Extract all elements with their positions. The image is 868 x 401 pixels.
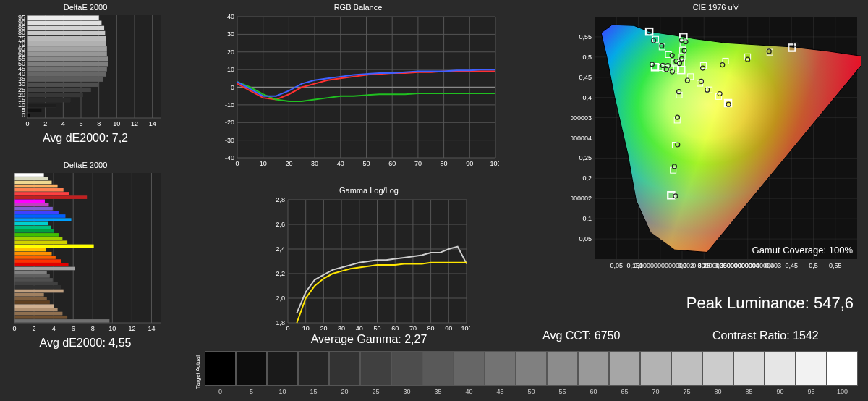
ramp-swatch-label: 100 — [827, 388, 857, 395]
gamma-chart: Gamma Log/Log 1,82,02,22,42,62,801020304… — [268, 185, 470, 346]
rgb-balance-plot: -40-30-20-100102030400102030405060708090… — [217, 13, 499, 169]
ramp-swatch-label: 50 — [516, 388, 546, 395]
svg-text:90: 90 — [466, 160, 473, 167]
svg-text:80: 80 — [441, 160, 448, 167]
ramp-swatch: 10 — [267, 351, 298, 386]
ramp-swatch-label: 75 — [672, 388, 702, 395]
ramp-swatch-label: 40 — [454, 388, 484, 395]
svg-rect-141 — [14, 256, 56, 259]
svg-text:10: 10 — [113, 120, 120, 127]
ramp-swatch: 95 — [796, 351, 827, 386]
ramp-swatch-label: 10 — [268, 388, 297, 395]
svg-text:20: 20 — [320, 325, 327, 330]
svg-rect-157 — [14, 286, 61, 290]
svg-text:70: 70 — [409, 325, 417, 330]
svg-rect-27 — [27, 31, 105, 35]
grayscale-deltaE-chart: DeltaE 2000 0246810121495908580757065605… — [6, 1, 165, 145]
svg-rect-30 — [27, 36, 106, 41]
ramp-swatch: 20 — [329, 351, 360, 386]
svg-text:60: 60 — [388, 160, 396, 167]
svg-text:20: 20 — [227, 48, 234, 56]
svg-text:40: 40 — [356, 325, 363, 330]
svg-text:0,15000000000000002: 0,15000000000000002 — [571, 195, 592, 202]
svg-text:10: 10 — [227, 66, 234, 73]
svg-text:0,4: 0,4 — [582, 94, 592, 101]
color-deltaE-plot: 02468101214 — [6, 171, 165, 334]
contrast-ratio-stat: Contrast Ratio: 1542 — [712, 329, 819, 342]
ramp-swatch-label: 55 — [548, 388, 577, 395]
ramp-swatch: 35 — [422, 351, 454, 386]
svg-rect-51 — [27, 72, 106, 77]
svg-rect-147 — [14, 267, 75, 271]
svg-text:0,4: 0,4 — [765, 262, 775, 269]
svg-rect-101 — [14, 181, 51, 185]
svg-rect-133 — [14, 240, 67, 244]
svg-rect-24 — [27, 26, 104, 30]
svg-rect-151 — [14, 274, 50, 278]
ramp-swatch-label: 20 — [330, 388, 359, 395]
ramp-swatch: 90 — [765, 351, 796, 386]
svg-rect-63 — [27, 93, 82, 97]
avg-cct: Avg CCT: 6750 — [542, 329, 687, 342]
ramp-swatch-label: 25 — [361, 388, 391, 395]
svg-text:8: 8 — [91, 325, 95, 332]
ramp-swatch: 100 — [827, 351, 858, 386]
ramp-swatch-label: 85 — [734, 388, 764, 395]
svg-text:4: 4 — [52, 325, 56, 332]
svg-rect-123 — [14, 222, 48, 226]
ramp-swatch-label: 35 — [423, 388, 453, 395]
svg-rect-66 — [27, 98, 70, 102]
svg-rect-103 — [14, 185, 58, 188]
ramp-swatch: 15 — [298, 351, 329, 386]
svg-text:40: 40 — [337, 160, 344, 167]
svg-rect-175 — [14, 319, 109, 323]
svg-text:0,45: 0,45 — [579, 74, 592, 81]
svg-rect-121 — [14, 218, 71, 221]
ramp-swatch-label: 65 — [610, 388, 639, 395]
svg-text:50: 50 — [373, 325, 380, 330]
svg-text:6: 6 — [72, 325, 75, 332]
svg-text:0,45: 0,45 — [785, 262, 798, 269]
svg-text:10: 10 — [109, 325, 116, 332]
contrast-ratio: Contrast Ratio: 1542 — [712, 329, 868, 342]
svg-text:0: 0 — [22, 111, 25, 119]
svg-text:10: 10 — [260, 160, 267, 167]
svg-text:0,25: 0,25 — [579, 154, 592, 161]
ramp-swatch: 75 — [671, 351, 702, 386]
svg-text:0: 0 — [231, 84, 234, 91]
svg-rect-42 — [27, 56, 108, 61]
gamma-stat: Average Gamma: 2,27 — [268, 333, 470, 346]
svg-text:0: 0 — [25, 120, 29, 127]
svg-text:40: 40 — [227, 13, 234, 20]
ramp-swatch-label: 60 — [579, 388, 608, 395]
svg-text:50: 50 — [362, 160, 370, 167]
color-deltaE-stat: Avg dE2000: 4,55 — [6, 337, 165, 350]
svg-rect-159 — [14, 290, 64, 293]
svg-rect-129 — [14, 233, 59, 237]
svg-text:2,0: 2,0 — [276, 295, 285, 302]
svg-rect-139 — [14, 252, 51, 256]
ramp-swatch: 65 — [609, 351, 640, 386]
svg-text:6: 6 — [79, 120, 82, 127]
svg-rect-54 — [27, 77, 103, 82]
svg-rect-117 — [14, 211, 59, 214]
svg-rect-169 — [14, 308, 58, 312]
ramp-swatch-label: 90 — [765, 388, 795, 395]
grayscale-deltaE-plot: 0246810121495908580757065605550454035302… — [6, 13, 165, 129]
svg-rect-167 — [14, 304, 54, 308]
cie-title: CIE 1976 u'v' — [571, 3, 861, 12]
svg-rect-79 — [14, 173, 161, 323]
ramp-swatch-label: 0 — [205, 388, 235, 395]
svg-text:30: 30 — [338, 325, 345, 330]
svg-rect-69 — [27, 103, 56, 107]
svg-rect-99 — [14, 177, 48, 180]
svg-rect-109 — [14, 195, 87, 199]
svg-text:100: 100 — [461, 325, 470, 330]
ramp-swatch: 55 — [547, 351, 578, 386]
svg-rect-60 — [27, 88, 91, 92]
summary-stats: Peak Luminance: 547,6 — [506, 290, 861, 314]
svg-rect-39 — [27, 51, 107, 56]
svg-text:Gamut Coverage:  100%: Gamut Coverage: 100% — [752, 245, 854, 256]
svg-text:0,30000000000000004: 0,30000000000000004 — [571, 135, 592, 142]
svg-text:60: 60 — [391, 325, 399, 330]
